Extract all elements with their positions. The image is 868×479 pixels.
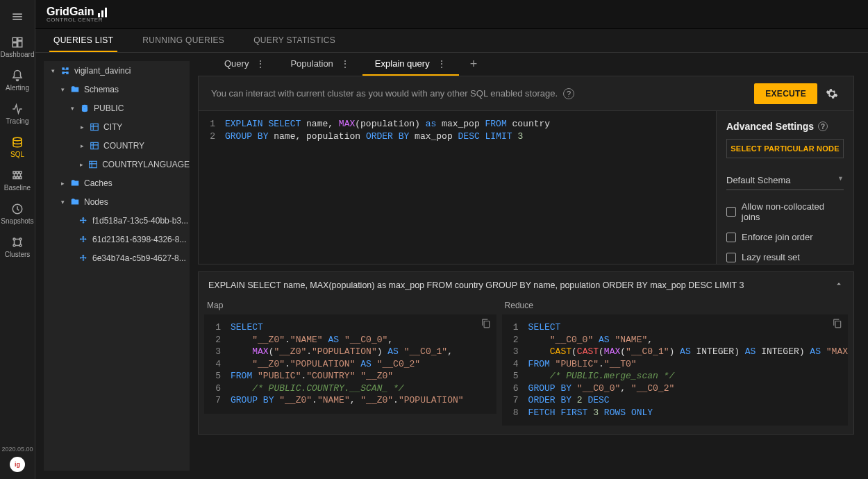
hamburger-menu[interactable] bbox=[6, 6, 28, 28]
node-icon bbox=[78, 235, 88, 244]
result-panel: EXPLAIN SELECT name, MAX(population) as … bbox=[198, 271, 854, 435]
collapse-button[interactable] bbox=[834, 279, 844, 291]
chevron-down-icon: ▾ bbox=[59, 86, 66, 93]
svg-rect-7 bbox=[91, 124, 99, 130]
tree-node-label: 61d21361-6398-4326-8... bbox=[92, 235, 186, 244]
nav-dashboard[interactable]: Dashboard bbox=[0, 31, 35, 64]
nav-clusters[interactable]: Clusters bbox=[0, 230, 35, 264]
cluster-icon bbox=[60, 66, 70, 76]
chevron-down-icon: ▾ bbox=[59, 199, 66, 205]
reduce-label: Reduce bbox=[502, 298, 848, 314]
menu-icon bbox=[11, 10, 24, 23]
svg-point-0 bbox=[13, 137, 22, 141]
copy-icon bbox=[481, 319, 491, 328]
folder-icon bbox=[70, 178, 80, 188]
nav-baseline[interactable]: Baseline bbox=[0, 164, 35, 197]
tree-schema-public[interactable]: ▾ PUBLIC bbox=[44, 99, 190, 117]
settings-option[interactable]: Allow non-collocated joins bbox=[726, 201, 844, 222]
sql-icon bbox=[11, 136, 24, 149]
nav-rail: DashboardAlertingTracingSQLBaselineSnaps… bbox=[0, 0, 35, 479]
tree-node[interactable]: 6e34b74a-c5b9-4627-8... bbox=[44, 249, 190, 267]
tree-table-label: COUNTRYLANGUAGE bbox=[102, 160, 190, 169]
snapshots-icon bbox=[11, 203, 24, 215]
copy-reduce-button[interactable] bbox=[833, 319, 842, 333]
tree-node-label: f1d518a7-13c5-40bb-b3... bbox=[92, 216, 188, 226]
reduce-result-code: 1SELECT2 "__C0_0" AS "NAME",3 CAST(CAST(… bbox=[502, 314, 848, 426]
tree-node[interactable]: 61d21361-6398-4326-8... bbox=[44, 230, 190, 249]
node-icon bbox=[78, 253, 88, 263]
gear-icon bbox=[826, 87, 838, 100]
result-header-text: EXPLAIN SELECT name, MAX(population) as … bbox=[208, 280, 744, 290]
checkbox-icon bbox=[726, 253, 736, 262]
query-tab[interactable]: Population⋮ bbox=[278, 53, 362, 76]
top-tab[interactable]: QUERIES LIST bbox=[49, 29, 117, 52]
chevron-down-icon: ▾ bbox=[49, 67, 56, 74]
svg-point-3 bbox=[19, 238, 22, 240]
nav-tracing[interactable]: Tracing bbox=[0, 97, 35, 131]
svg-rect-8 bbox=[91, 142, 99, 149]
tree-caches[interactable]: ▸ Caches bbox=[44, 174, 190, 192]
nav-label: Tracing bbox=[6, 117, 29, 125]
folder-icon bbox=[70, 85, 80, 94]
tree-table[interactable]: ▸CITY bbox=[44, 117, 190, 136]
clusters-icon bbox=[11, 236, 24, 249]
query-tab[interactable]: Query⋮ bbox=[212, 53, 278, 76]
tree-table[interactable]: ▸COUNTRYLANGUAGE bbox=[44, 155, 190, 174]
query-tabs: Query⋮Population⋮Explain query⋮ + bbox=[198, 53, 854, 76]
nav-label: Baseline bbox=[4, 184, 31, 192]
dashboard-icon bbox=[11, 36, 24, 49]
settings-option[interactable]: Lazy result set bbox=[726, 252, 844, 262]
nav-sql[interactable]: SQL bbox=[0, 131, 35, 164]
schema-tree: ▾ vigilant_davinci ▾ Schemas ▾ PUBLIC ▸C… bbox=[44, 61, 190, 471]
schema-select[interactable]: Default Schema ▼ bbox=[726, 171, 844, 190]
map-result-code: 1SELECT2 "__Z0"."NAME" AS "__C0_0",3 MAX… bbox=[204, 314, 496, 414]
tree-public-label: PUBLIC bbox=[94, 103, 124, 113]
tree-schemas[interactable]: ▾ Schemas bbox=[44, 80, 190, 99]
tree-cluster-label: vigilant_davinci bbox=[74, 66, 131, 76]
sql-editor[interactable]: 1EXPLAIN SELECT name, MAX(population) as… bbox=[199, 111, 716, 264]
tab-more-icon[interactable]: ⋮ bbox=[437, 58, 446, 69]
brand-subtitle: CONTROL CENTER bbox=[47, 17, 107, 23]
baseline-icon bbox=[11, 169, 24, 182]
execute-button[interactable]: EXECUTE bbox=[754, 83, 817, 104]
plus-icon: + bbox=[470, 57, 478, 72]
footer-logo: ig bbox=[10, 457, 25, 472]
option-label: Enforce join order bbox=[742, 232, 813, 242]
nav-snapshots[interactable]: Snapshots bbox=[0, 197, 35, 230]
tab-more-icon[interactable]: ⋮ bbox=[256, 58, 265, 69]
copy-icon bbox=[833, 319, 842, 328]
tree-table[interactable]: ▸COUNTRY bbox=[44, 136, 190, 155]
top-tab[interactable]: RUNNING QUERIES bbox=[138, 29, 228, 52]
help-icon[interactable]: ? bbox=[563, 88, 574, 99]
svg-point-2 bbox=[13, 238, 15, 240]
brand-name: GridGain bbox=[47, 6, 94, 17]
query-info-bar: You can interact with current cluster as… bbox=[199, 76, 853, 111]
version-label: 2020.05.00 bbox=[1, 446, 33, 453]
tree-caches-label: Caches bbox=[84, 178, 112, 188]
tree-node[interactable]: f1d518a7-13c5-40bb-b3... bbox=[44, 211, 190, 230]
help-icon[interactable]: ? bbox=[818, 121, 828, 131]
tree-nodes[interactable]: ▾ Nodes bbox=[44, 192, 190, 211]
nav-alerting[interactable]: Alerting bbox=[0, 64, 35, 97]
query-settings-icon[interactable] bbox=[823, 87, 841, 100]
nav-label: Dashboard bbox=[1, 51, 35, 58]
option-label: Allow non-collocated joins bbox=[742, 201, 844, 222]
node-icon bbox=[78, 216, 88, 226]
add-query-tab[interactable]: + bbox=[459, 53, 489, 76]
database-icon bbox=[80, 103, 90, 113]
header: GridGain CONTROL CENTER bbox=[35, 0, 868, 29]
tree-cluster[interactable]: ▾ vigilant_davinci bbox=[44, 61, 190, 80]
query-tab[interactable]: Explain query⋮ bbox=[362, 53, 459, 76]
svg-point-4 bbox=[13, 244, 15, 246]
select-node-button[interactable]: SELECT PARTICULAR NODE bbox=[726, 139, 844, 158]
top-tab[interactable]: QUERY STATISTICS bbox=[249, 29, 340, 52]
copy-map-button[interactable] bbox=[481, 319, 491, 333]
table-icon bbox=[90, 122, 99, 132]
tab-more-icon[interactable]: ⋮ bbox=[340, 58, 350, 69]
tree-nodes-label: Nodes bbox=[84, 197, 108, 207]
table-icon bbox=[90, 141, 99, 151]
info-text: You can interact with current cluster as… bbox=[211, 88, 558, 99]
nav-label: SQL bbox=[10, 151, 24, 158]
settings-option[interactable]: Enforce join order bbox=[726, 232, 844, 242]
folder-icon bbox=[70, 197, 80, 207]
